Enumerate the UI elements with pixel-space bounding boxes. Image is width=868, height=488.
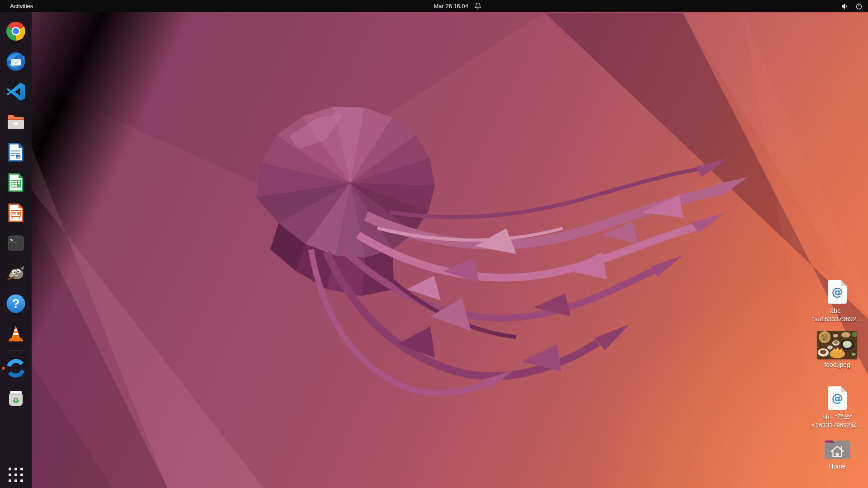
dock-item-gimp[interactable] — [0, 258, 32, 288]
dock-item-files[interactable] — [0, 107, 32, 137]
dock-item-libreoffice-impress[interactable] — [0, 197, 32, 228]
activities-button[interactable]: Activities — [7, 2, 36, 10]
show-applications-button[interactable] — [9, 468, 23, 482]
desktop-icon-label: food.jpeg — [824, 361, 850, 369]
clock-label: Mar 26 16:04 — [434, 3, 468, 9]
desktop-wallpaper — [0, 0, 868, 488]
svg-text:@: @ — [832, 286, 843, 299]
clock-menu[interactable]: Mar 26 16:04 — [434, 2, 481, 10]
vlc-icon — [5, 323, 27, 345]
jellyfish-bell — [256, 107, 435, 296]
help-icon: ? — [5, 293, 27, 314]
libreoffice-writer-icon — [5, 141, 27, 163]
files-folder-icon — [5, 111, 27, 133]
dock-item-thunderbird[interactable] — [0, 46, 32, 76]
dock-item-chrome[interactable] — [0, 16, 32, 46]
desktop-icon-email-hh[interactable]: @ hh - "浮华" <1633379692@… — [811, 385, 863, 429]
svg-text:?: ? — [12, 297, 20, 310]
email-file-icon: @ — [826, 278, 849, 305]
dock-item-software-updater[interactable] — [0, 353, 32, 383]
desktop-icon-label: abc - "su1633379692… — [812, 307, 863, 323]
trash-icon: ♻ — [5, 388, 27, 409]
jellyfish-wallpaper-art — [0, 0, 868, 488]
top-bar: Activities Mar 26 16:04 — [0, 0, 868, 12]
software-updater-icon — [5, 357, 27, 379]
gimp-icon — [5, 263, 27, 284]
dock-divider — [6, 351, 25, 351]
svg-text:@: @ — [832, 392, 843, 405]
dock-item-terminal[interactable]: >_ — [0, 228, 32, 258]
terminal-icon: >_ — [5, 232, 27, 254]
dock-item-vscode[interactable] — [0, 76, 32, 107]
dock-item-trash[interactable]: ♻ — [0, 383, 32, 413]
svg-text:♻: ♻ — [12, 396, 19, 405]
system-status-area[interactable] — [841, 3, 863, 10]
svg-text:>_: >_ — [10, 237, 16, 243]
power-icon — [855, 3, 863, 10]
dock-item-libreoffice-calc[interactable] — [0, 167, 32, 197]
libreoffice-impress-icon — [5, 202, 27, 224]
running-indicator-dot — [2, 366, 5, 370]
desktop-icon-email-abc[interactable]: @ abc - "su1633379692… — [811, 278, 863, 323]
dock-item-vlc[interactable] — [0, 319, 32, 349]
ubuntu-desktop: Activities Mar 26 16:04 — [0, 0, 868, 488]
dock-item-libreoffice-writer[interactable] — [0, 137, 32, 167]
desktop-icon-label: Home — [829, 462, 845, 470]
thunderbird-icon — [5, 51, 27, 72]
desktop-icon-label: hh - "浮华" <1633379692@… — [811, 413, 863, 429]
desktop-icon-food-jpeg[interactable]: food.jpeg — [811, 331, 863, 369]
libreoffice-calc-icon — [5, 172, 27, 193]
vscode-icon — [5, 81, 27, 103]
volume-icon — [841, 3, 849, 10]
chrome-icon — [5, 20, 27, 42]
food-photo-thumbnail — [817, 331, 857, 359]
home-folder-icon — [823, 437, 852, 461]
dock: >_ ? — [0, 12, 32, 488]
notification-bell-icon — [474, 2, 481, 10]
email-file-icon: @ — [826, 385, 849, 412]
dock-item-help[interactable]: ? — [0, 288, 32, 319]
desktop-icon-home-folder[interactable]: Home — [811, 437, 863, 470]
